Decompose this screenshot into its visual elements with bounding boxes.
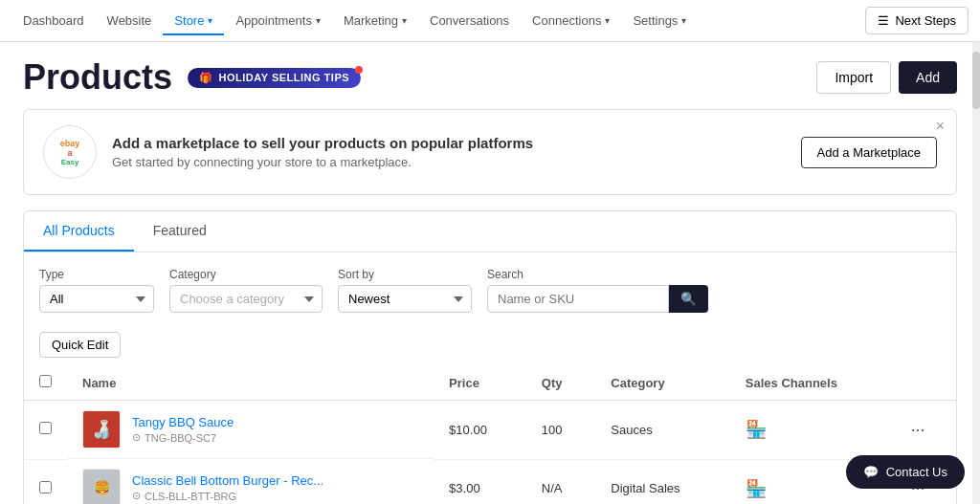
products-section: All Products Featured Type All Category … [23, 210, 957, 504]
type-select[interactable]: All [39, 285, 154, 313]
row-2-checkbox[interactable] [39, 481, 52, 493]
banner-close-icon[interactable]: × [936, 118, 945, 135]
scrollbar-track [972, 42, 980, 504]
appointments-chevron-icon: ▾ [316, 15, 321, 26]
row-1-checkbox-cell [24, 401, 67, 460]
next-steps-icon: ☰ [878, 13, 889, 28]
row-2-checkbox-cell [24, 459, 67, 504]
row-1-product-name[interactable]: Tangy BBQ Sauce [132, 415, 234, 429]
nav-marketing[interactable]: Marketing ▾ [332, 6, 418, 35]
row-2-thumbnail: 🍔 [82, 469, 121, 504]
gift-icon: 🎁 [199, 72, 213, 84]
search-icon: 🔍 [680, 292, 697, 306]
tab-all-products[interactable]: All Products [24, 211, 134, 252]
table-header-row: Name Price Qty Category Sales Channels [24, 365, 956, 401]
add-button[interactable]: Add [899, 61, 957, 94]
page-header: Products 🎁 HOLIDAY SELLING TIPS Import A… [0, 42, 980, 109]
row-2-qty: N/A [526, 459, 595, 504]
nav-website[interactable]: Website [96, 6, 164, 35]
next-steps-button[interactable]: ☰ Next Steps [865, 7, 969, 34]
nav-conversations[interactable]: Conversations [418, 6, 521, 35]
connections-chevron-icon: ▾ [605, 15, 610, 26]
sort-filter-group: Sort by Newest [338, 268, 472, 313]
quick-edit-row: Quick Edit [24, 324, 956, 365]
row-1-more-button[interactable]: ··· [911, 420, 925, 440]
sku-icon: ⊙ [132, 431, 141, 444]
import-button[interactable]: Import [816, 61, 891, 94]
sort-select[interactable]: Newest [338, 285, 472, 313]
contact-us-icon: 💬 [863, 465, 879, 479]
contact-us-button[interactable]: 💬 Contact Us [846, 455, 965, 489]
scrollbar-thumb[interactable] [972, 52, 980, 109]
marketplace-logo: ebay a Easy [43, 125, 97, 179]
select-all-header [24, 365, 67, 401]
search-filter-group: Search 🔍 [487, 268, 708, 313]
row-1-checkbox[interactable] [39, 422, 52, 434]
sales-channels-column-header: Sales Channels [730, 365, 896, 401]
row-1-thumbnail: 🍶 [82, 410, 121, 449]
row-1-product-info: Tangy BBQ Sauce ⊙ TNG-BBQ-SC7 [132, 415, 234, 444]
header-actions: Import Add [816, 61, 957, 94]
store-icon-2: 🏪 [746, 479, 767, 498]
marketplace-text: Add a marketplace to sell your products … [112, 135, 533, 169]
row-2-sku: ⊙ CLS-BLL-BTT-BRG [132, 490, 323, 502]
price-column-header: Price [434, 365, 526, 401]
row-1-sku: ⊙ TNG-BBQ-SC7 [132, 431, 234, 444]
row-1-actions: ··· [896, 401, 956, 460]
row-1-price: $10.00 [434, 401, 526, 460]
marketplace-banner: ebay a Easy Add a marketplace to sell yo… [23, 109, 957, 195]
name-column-header: Name [67, 365, 434, 401]
type-filter-group: Type All [39, 268, 154, 313]
select-all-checkbox[interactable] [39, 375, 52, 387]
tabs: All Products Featured [24, 211, 956, 252]
qty-column-header: Qty [526, 365, 595, 401]
category-select[interactable]: Choose a category [169, 285, 323, 313]
nav-store[interactable]: Store ▾ [163, 6, 224, 35]
row-1-qty: 100 [526, 401, 595, 460]
nav-connections[interactable]: Connections ▾ [521, 6, 621, 35]
sku-icon-2: ⊙ [132, 490, 141, 502]
quick-edit-button[interactable]: Quick Edit [39, 332, 121, 358]
search-label: Search [487, 268, 708, 281]
store-chevron-icon: ▾ [208, 15, 212, 26]
nav-dashboard[interactable]: Dashboard [11, 6, 96, 35]
store-icon: 🏪 [746, 420, 767, 439]
nav-appointments[interactable]: Appointments ▾ [224, 6, 332, 35]
holiday-badge[interactable]: 🎁 HOLIDAY SELLING TIPS [188, 68, 361, 88]
product-table: Name Price Qty Category Sales Channels 🍶 [24, 365, 956, 504]
category-label: Category [169, 268, 323, 281]
row-1-sales-channels: 🏪 [730, 401, 896, 460]
category-filter-group: Category Choose a category [169, 268, 323, 313]
holiday-dot [355, 66, 363, 74]
row-2-price: $3.00 [434, 459, 526, 504]
filters: Type All Category Choose a category Sort… [24, 252, 956, 324]
actions-column-header [896, 365, 956, 401]
row-2-name-cell: 🍔 Classic Bell Bottom Burger - Rec... ⊙ … [67, 459, 434, 504]
table-row: 🍶 Tangy BBQ Sauce ⊙ TNG-BBQ-SC7 $10.00 1… [24, 401, 956, 460]
sort-label: Sort by [338, 268, 472, 281]
top-nav: Dashboard Website Store ▾ Appointments ▾… [0, 0, 980, 42]
row-1-category: Sauces [595, 401, 730, 460]
type-label: Type [39, 268, 154, 281]
add-marketplace-button[interactable]: Add a Marketplace [801, 137, 937, 168]
category-column-header: Category [595, 365, 730, 401]
row-2-product-info: Classic Bell Bottom Burger - Rec... ⊙ CL… [132, 473, 323, 502]
search-button[interactable]: 🔍 [669, 285, 708, 313]
row-2-category: Digital Sales [595, 459, 730, 504]
nav-settings[interactable]: Settings ▾ [621, 6, 698, 35]
search-input[interactable] [487, 285, 669, 313]
page-title: Products [23, 57, 172, 98]
row-2-product-name[interactable]: Classic Bell Bottom Burger - Rec... [132, 473, 323, 488]
search-input-group: 🔍 [487, 285, 708, 313]
tab-featured[interactable]: Featured [134, 211, 226, 252]
settings-chevron-icon: ▾ [681, 15, 686, 26]
row-1-name-cell: 🍶 Tangy BBQ Sauce ⊙ TNG-BBQ-SC7 [67, 401, 434, 459]
table-row: 🍔 Classic Bell Bottom Burger - Rec... ⊙ … [24, 459, 956, 504]
marketing-chevron-icon: ▾ [402, 15, 407, 26]
